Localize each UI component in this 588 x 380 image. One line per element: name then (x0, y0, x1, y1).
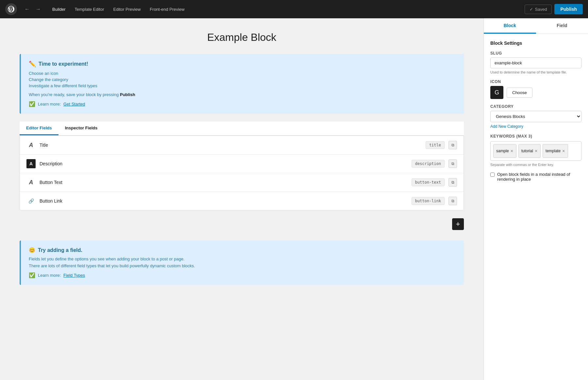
keywords-section: KEYWORDS (MAX 3) sample × tutorial × tem… (490, 134, 581, 167)
title-field-copy-button[interactable]: ⧉ (449, 141, 457, 149)
desc-field-slug: description (412, 160, 445, 168)
category-label: Category (490, 104, 581, 109)
nav-tab-builder[interactable]: Builder (48, 5, 69, 14)
sidebar-tab-field[interactable]: Field (536, 18, 588, 34)
keyword-tutorial: tutorial × (518, 144, 541, 158)
get-started-link[interactable]: Get Started (63, 102, 85, 107)
desc-field-name: Description (40, 161, 408, 166)
smile-icon: 😊 (29, 247, 35, 253)
add-field-button[interactable]: + (452, 218, 464, 230)
info-box: ✏️ Time to experiment! Choose an icon Ch… (20, 54, 464, 114)
icon-row: G Choose (490, 86, 581, 99)
add-field-row: + (20, 216, 464, 233)
nav-tab-frontend-preview[interactable]: Front-end Preview (146, 5, 188, 14)
button-text-field-copy-button[interactable]: ⧉ (449, 178, 457, 187)
modal-checkbox[interactable] (490, 173, 495, 177)
field-row-button-link: 🔗 Button Link button-link ⧉ (20, 192, 464, 210)
try-box-line1: Fields let you define the options you se… (29, 256, 456, 261)
main-layout: Example Block ✏️ Time to experiment! Cho… (0, 18, 588, 380)
nav-tabs: Builder Template Editor Editor Preview F… (48, 5, 519, 14)
try-box-heading: Try adding a field. (38, 247, 82, 253)
button-link-field-name: Button Link (40, 198, 408, 204)
check-circle-icon: ✅ (29, 101, 35, 107)
desc-field-copy-button[interactable]: ⧉ (449, 159, 457, 168)
keyword-tutorial-remove[interactable]: × (534, 149, 538, 153)
field-tabs: Editor Fields Inspector Fields (20, 122, 464, 136)
category-select[interactable]: Genesis BlocksCommonFormattingLayoutWidg… (490, 111, 581, 122)
button-link-field-icon: 🔗 (26, 196, 36, 206)
field-row-title: A Title title ⧉ (20, 136, 464, 155)
publish-button[interactable]: Publish (554, 4, 583, 14)
learn-more-text: Learn more: (38, 102, 61, 107)
nav-forward-button[interactable]: → (33, 4, 43, 14)
block-settings-title: Block Settings (490, 41, 581, 46)
learn-more-row: ✅ Learn more: Get Started (29, 101, 456, 107)
try-box: 😊 Try adding a field. Fields let you def… (20, 240, 464, 285)
title-field-slug: title (426, 141, 445, 149)
info-box-heading: Time to experiment! (39, 61, 88, 67)
publish-bold: Publish (120, 92, 135, 97)
field-row-button-text: A Button Text button-text ⧉ (20, 173, 464, 192)
slug-helper: Used to determine the name of the templa… (490, 70, 581, 74)
sidebar-content: Block Settings Slug Used to determine th… (484, 34, 588, 191)
choose-icon-button[interactable]: Choose (507, 88, 532, 98)
modal-checkbox-row: Open block fields in a modal instead of … (490, 172, 581, 182)
button-text-field-slug: button-text (412, 178, 445, 186)
sidebar-tabs: Block Field (484, 18, 588, 34)
desc-field-icon: A (26, 159, 36, 168)
button-link-field-copy-button[interactable]: ⧉ (449, 197, 457, 205)
try-learn-more-text: Learn more: (38, 273, 61, 278)
button-text-field-name: Button Text (40, 180, 408, 185)
tab-editor-fields[interactable]: Editor Fields (20, 122, 58, 135)
nav-arrows: ← → (22, 4, 43, 14)
tab-inspector-fields[interactable]: Inspector Fields (58, 122, 104, 135)
saved-indicator: ✓ Saved (525, 5, 552, 14)
nav-back-button[interactable]: ← (22, 4, 32, 14)
fields-container: A Title title ⧉ A Description descriptio… (20, 136, 464, 210)
try-box-title: 😊 Try adding a field. (29, 247, 456, 253)
list-item: Investigate a few different field types (29, 83, 456, 88)
slug-label: Slug (490, 51, 581, 56)
keyword-sample: sample × (493, 144, 516, 158)
add-category-link[interactable]: Add New Category (490, 124, 581, 129)
keywords-box[interactable]: sample × tutorial × template × (490, 141, 581, 161)
keyword-tutorial-text: tutorial (521, 149, 533, 153)
wp-logo (5, 3, 17, 15)
button-text-field-icon: A (26, 178, 36, 187)
slug-input[interactable] (490, 58, 581, 68)
icon-preview: G (490, 86, 503, 99)
check-icon: ✓ (530, 7, 533, 12)
right-sidebar: Block Field Block Settings Slug Used to … (483, 18, 588, 380)
icon-label: Icon (490, 79, 581, 84)
info-box-title: ✏️ Time to experiment! (29, 60, 456, 68)
keyword-sample-remove[interactable]: × (510, 149, 514, 153)
try-box-line2: There are lots of different field types … (29, 263, 456, 268)
button-link-field-slug: button-link (412, 197, 445, 205)
keyword-template: template × (543, 144, 568, 158)
saved-label: Saved (535, 7, 547, 12)
modal-checkbox-label[interactable]: Open block fields in a modal instead of … (497, 172, 581, 182)
title-field-icon: A (26, 140, 36, 150)
page-title: Example Block (20, 31, 464, 43)
nav-tab-editor-preview[interactable]: Editor Preview (109, 5, 145, 14)
pencil-icon: ✏️ (29, 60, 36, 68)
keywords-hint: Separate with commas or the Enter key. (490, 163, 581, 167)
info-box-cta: When you're ready, save your block by pr… (29, 92, 456, 97)
keywords-label: KEYWORDS (MAX 3) (490, 134, 581, 139)
field-row-description: A Description description ⧉ (20, 155, 464, 173)
info-box-list: Choose an icon Change the category Inves… (29, 71, 456, 88)
try-check-circle-icon: ✅ (29, 272, 35, 278)
try-learn-more-row: ✅ Learn more: Field Types (29, 272, 456, 278)
keyword-template-remove[interactable]: × (562, 149, 565, 153)
icon-symbol: G (495, 89, 499, 96)
nav-actions: ✓ Saved Publish (525, 4, 583, 14)
content-area: Example Block ✏️ Time to experiment! Cho… (0, 18, 483, 380)
top-nav: ← → Builder Template Editor Editor Previ… (0, 0, 588, 18)
list-item: Choose an icon (29, 71, 456, 76)
title-field-name: Title (40, 142, 422, 148)
keyword-template-text: template (546, 149, 561, 153)
field-types-link[interactable]: Field Types (63, 273, 85, 278)
nav-tab-template-editor[interactable]: Template Editor (71, 5, 108, 14)
list-item: Change the category (29, 77, 456, 82)
sidebar-tab-block[interactable]: Block (484, 18, 536, 34)
